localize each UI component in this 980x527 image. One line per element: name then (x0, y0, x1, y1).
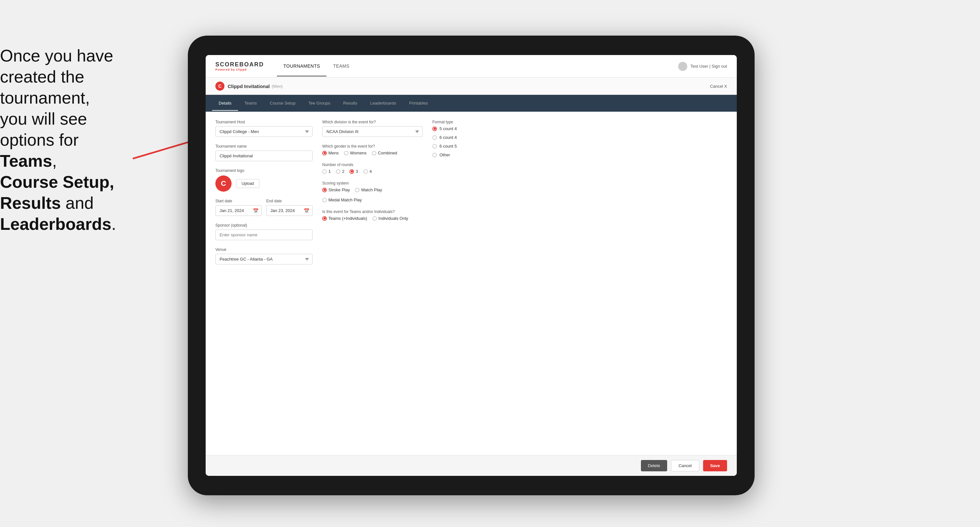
format-other-radio[interactable] (432, 153, 437, 157)
action-bar: Delete Cancel Save (206, 455, 737, 476)
form-col-mid: Which division is the event for? NCAA Di… (322, 120, 423, 447)
sponsor-label: Sponsor (optional) (215, 223, 312, 227)
user-signin[interactable]: Test User | Sign out (690, 64, 727, 68)
top-nav-right: Test User | Sign out (678, 62, 727, 71)
venue-select[interactable]: Peachtree GC - Atlanta - GA (215, 254, 312, 265)
rounds-1-radio[interactable] (322, 169, 327, 174)
tab-course-setup[interactable]: Course Setup (263, 96, 302, 111)
gender-mens[interactable]: Mens (322, 151, 339, 156)
scoring-stroke[interactable]: Stroke Play (322, 187, 350, 192)
gender-womens[interactable]: Womens (344, 151, 367, 156)
nav-links: TOURNAMENTS TEAMS (277, 56, 356, 76)
format-5count4[interactable]: 5 count 4 (432, 126, 727, 131)
rounds-2[interactable]: 2 (336, 169, 344, 174)
save-button[interactable]: Save (703, 460, 727, 471)
gender-label: Which gender is the event for? (322, 144, 423, 149)
individuals-only-radio[interactable] (372, 216, 377, 221)
gender-womens-radio[interactable] (344, 151, 348, 156)
tab-results[interactable]: Results (337, 96, 364, 111)
host-label: Tournament Host (215, 120, 312, 124)
teams-radio-group: Teams (+Individuals) Individuals Only (322, 216, 423, 221)
breadcrumb-cancel[interactable]: Cancel X (710, 84, 727, 89)
name-label: Tournament name (215, 144, 312, 149)
rounds-3-radio[interactable] (350, 169, 354, 174)
division-label: Which division is the event for? (322, 120, 423, 124)
rounds-radio-group: 1 2 3 4 (322, 169, 423, 174)
teams-plus-radio[interactable] (322, 216, 327, 221)
end-date-label: End date (266, 199, 312, 203)
tab-printables[interactable]: Printables (402, 96, 434, 111)
teams-group: Is this event for Teams and/or Individua… (322, 210, 423, 221)
gender-combined[interactable]: Combined (372, 151, 397, 156)
rounds-3[interactable]: 3 (350, 169, 358, 174)
division-group: Which division is the event for? NCAA Di… (322, 120, 423, 137)
end-date-group: End date 📅 (266, 199, 312, 216)
start-date-label: Start date (215, 199, 262, 203)
scoring-label: Scoring system (322, 181, 423, 186)
rounds-4[interactable]: 4 (363, 169, 372, 174)
end-date-wrap: 📅 (266, 205, 312, 216)
format-6count5[interactable]: 6 count 5 (432, 144, 727, 149)
logo-label: Tournament logo (215, 168, 312, 173)
scoring-medal-radio[interactable] (322, 198, 327, 202)
nav-tournaments[interactable]: TOURNAMENTS (277, 56, 326, 76)
user-avatar (678, 62, 687, 71)
tablet-screen: SCOREBOARD Powered by clippd TOURNAMENTS… (206, 55, 737, 476)
delete-button[interactable]: Delete (641, 460, 668, 471)
division-select[interactable]: NCAA Division III (322, 126, 423, 137)
format-other[interactable]: Other (432, 152, 727, 157)
start-date-group: Start date 📅 (215, 199, 262, 216)
tab-teams[interactable]: Teams (238, 96, 263, 111)
scoring-match[interactable]: Match Play (355, 187, 382, 192)
gender-group: Which gender is the event for? Mens Wome… (322, 144, 423, 156)
rounds-label: Number of rounds (322, 162, 423, 167)
gender-combined-radio[interactable] (372, 151, 376, 156)
format-5count4-radio[interactable] (432, 127, 437, 131)
upload-button[interactable]: Upload (236, 179, 259, 188)
format-6count4-radio[interactable] (432, 135, 437, 140)
breadcrumb-sub: (Men) (272, 84, 283, 89)
rounds-2-radio[interactable] (336, 169, 340, 174)
scoring-stroke-radio[interactable] (322, 188, 327, 192)
logo-sub: Powered by clippd (215, 68, 264, 71)
format-6count5-radio[interactable] (432, 144, 437, 149)
tablet-frame: SCOREBOARD Powered by clippd TOURNAMENTS… (188, 36, 755, 495)
host-select[interactable]: Clippd College - Men (215, 126, 312, 137)
sponsor-group: Sponsor (optional) (215, 223, 312, 240)
venue-group: Venue Peachtree GC - Atlanta - GA (215, 247, 312, 265)
teams-plus[interactable]: Teams (+Individuals) (322, 216, 367, 221)
format-group: Format type 5 count 4 6 count 4 6 count … (432, 120, 727, 157)
host-group: Tournament Host Clippd College - Men (215, 120, 312, 137)
scoring-group: Scoring system Stroke Play Match Play (322, 181, 423, 202)
breadcrumb-row: C Clippd Invitational (Men) Cancel X (206, 78, 737, 95)
start-date-wrap: 📅 (215, 205, 262, 216)
form-area: Tournament Host Clippd College - Men Tou… (206, 112, 737, 455)
teams-label: Is this event for Teams and/or Individua… (322, 210, 423, 214)
rounds-1[interactable]: 1 (322, 169, 331, 174)
scoring-match-radio[interactable] (355, 188, 360, 192)
individuals-only[interactable]: Individuals Only (372, 216, 408, 221)
sponsor-input[interactable] (215, 230, 312, 240)
name-input[interactable] (215, 151, 312, 161)
breadcrumb-title: Clippd Invitational (228, 84, 270, 89)
breadcrumb-icon: C (215, 82, 224, 90)
instruction-text: Once you have created the tournament, yo… (0, 45, 146, 235)
nav-teams[interactable]: TEAMS (326, 56, 356, 76)
scoring-medal[interactable]: Medal Match Play (322, 197, 362, 202)
gender-mens-radio[interactable] (322, 151, 327, 156)
name-group: Tournament name (215, 144, 312, 161)
form-col-right: Format type 5 count 4 6 count 4 6 count … (432, 120, 727, 447)
logo-circle: C (215, 175, 232, 192)
date-row: Start date 📅 End date 📅 (215, 199, 312, 223)
calendar-icon-end: 📅 (304, 208, 309, 213)
rounds-4-radio[interactable] (363, 169, 368, 174)
format-6count4[interactable]: 6 count 4 (432, 135, 727, 140)
calendar-icon: 📅 (253, 208, 258, 213)
gender-radio-group: Mens Womens Combined (322, 151, 423, 156)
tab-details[interactable]: Details (212, 96, 238, 111)
main-content: Tournament Host Clippd College - Men Tou… (206, 112, 737, 476)
tab-bar: Details Teams Course Setup Tee Groups Re… (206, 95, 737, 112)
cancel-button[interactable]: Cancel (671, 460, 699, 471)
tab-tee-groups[interactable]: Tee Groups (302, 96, 337, 111)
tab-leaderboards[interactable]: Leaderboards (364, 96, 402, 111)
